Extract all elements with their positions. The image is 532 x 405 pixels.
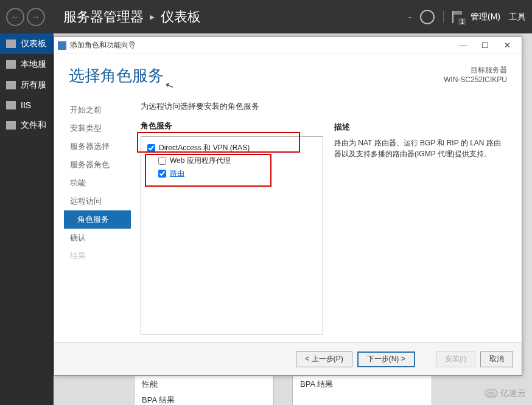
target-server-box: 目标服务器 WIN-SC252ICIKPU	[444, 65, 507, 85]
server-icon	[6, 60, 16, 69]
step-server-select[interactable]: 服务器选择	[64, 137, 131, 156]
role-label: Web 应用程序代理	[170, 156, 231, 166]
add-roles-wizard-dialog: 添加角色和功能向导 — ☐ ✕ 选择角色服务 ↖ 目标服务器 WIN-SC252…	[54, 36, 522, 376]
notifications-flag-icon[interactable]: 1	[452, 11, 462, 23]
panel-row: BPA 结果	[142, 392, 266, 405]
dialog-titlebar[interactable]: 添加角色和功能向导 — ☐ ✕	[54, 37, 522, 54]
close-button[interactable]: ✕	[496, 38, 518, 53]
role-checkbox[interactable]	[147, 144, 155, 152]
step-remote-access[interactable]: 远程访问	[64, 192, 131, 210]
install-button: 安装(I)	[436, 351, 475, 367]
manage-menu[interactable]: 管理(M)	[471, 12, 500, 22]
role-row-directaccess[interactable]: DirectAccess 和 VPN (RAS)	[145, 142, 319, 154]
refresh-icon[interactable]	[420, 10, 435, 24]
divider	[443, 11, 444, 23]
watermark: 亿速云	[485, 388, 526, 399]
description-text: 路由为 NAT 路由器、运行 BGP 和 RIP 的 LAN 路由器以及支持多播…	[334, 137, 507, 159]
dashboard-icon	[6, 40, 16, 48]
watermark-text: 亿速云	[500, 388, 526, 399]
bg-panel: BPA 结果	[292, 371, 432, 405]
role-label: DirectAccess 和 VPN (RAS)	[159, 143, 250, 153]
step-features[interactable]: 功能	[64, 174, 131, 192]
target-label: 目标服务器	[444, 65, 507, 75]
app-toolbar: ← → 服务器管理器 ▸ 仪表板 - 1 管理(M) 工具	[0, 0, 532, 33]
role-checkbox[interactable]	[158, 170, 166, 178]
nav-forward-button[interactable]: →	[27, 8, 45, 26]
background-panels: 性能 BPA 结果 BPA 结果	[134, 371, 432, 405]
sidebar-item-dashboard[interactable]: 仪表板	[0, 33, 54, 54]
sidebar-item-label: 仪表板	[21, 38, 46, 49]
role-row-webproxy[interactable]: Web 应用程序代理	[145, 154, 319, 167]
role-row-routing[interactable]: 路由	[145, 167, 319, 180]
breadcrumb: 服务器管理器 ▸ 仪表板	[63, 8, 201, 26]
wizard-icon	[58, 41, 66, 50]
sidebar-item-iis[interactable]: IIS	[0, 95, 54, 115]
nav-back-button[interactable]: ←	[6, 8, 24, 26]
wizard-steps: 开始之前 安装类型 服务器选择 服务器角色 功能 远程访问 角色服务 确认 结果	[64, 90, 131, 342]
sidebar-item-label: IIS	[21, 100, 31, 110]
step-role-services[interactable]: 角色服务	[64, 210, 131, 229]
watermark-icon	[485, 389, 498, 398]
tools-menu[interactable]: 工具	[509, 12, 526, 22]
target-server-name: WIN-SC252ICIKPU	[444, 75, 507, 85]
maximize-button[interactable]: ☐	[474, 38, 496, 53]
step-results: 结果	[64, 247, 131, 265]
breadcrumb-page[interactable]: 仪表板	[161, 8, 201, 26]
dialog-title: 添加角色和功能向导	[70, 40, 136, 50]
chevron-right-icon: ▸	[150, 11, 155, 22]
wizard-footer: < 上一步(P) 下一步(N) > 安装(I) 取消	[54, 342, 522, 375]
servers-icon	[6, 81, 16, 89]
sidebar-item-label: 本地服	[21, 59, 46, 70]
sidebar-item-local[interactable]: 本地服	[0, 54, 54, 75]
role-label: 路由	[170, 168, 184, 179]
previous-button[interactable]: < 上一步(P)	[296, 351, 352, 367]
instruction-text: 为远程访问选择要安装的角色服务	[141, 101, 323, 112]
description-heading: 描述	[334, 122, 507, 133]
next-button[interactable]: 下一步(N) >	[357, 351, 415, 367]
step-server-roles[interactable]: 服务器角色	[64, 156, 131, 174]
iis-icon	[6, 101, 16, 109]
roles-section-heading: 角色服务	[141, 120, 323, 131]
sidebar-item-files[interactable]: 文件和	[0, 115, 54, 136]
sidebar-item-all[interactable]: 所有服	[0, 75, 54, 95]
bg-panel: 性能 BPA 结果	[134, 371, 274, 405]
role-checkbox[interactable]	[158, 157, 166, 165]
heading-text: 选择角色服务	[69, 66, 164, 85]
flag-badge: 1	[458, 18, 466, 25]
dash-icon: -	[408, 12, 411, 22]
panel-row: BPA 结果	[300, 376, 424, 392]
cancel-button[interactable]: 取消	[480, 351, 513, 367]
sidebar-item-label: 所有服	[21, 80, 46, 91]
panel-row: 性能	[142, 376, 266, 392]
step-confirm[interactable]: 确认	[64, 229, 131, 247]
sidebar: 仪表板 本地服 所有服 IIS 文件和	[0, 33, 54, 405]
step-before-begin[interactable]: 开始之前	[64, 101, 131, 119]
sidebar-item-label: 文件和	[21, 120, 46, 131]
role-services-list: DirectAccess 和 VPN (RAS) Web 应用程序代理 路由	[141, 136, 323, 334]
minimize-button[interactable]: —	[452, 38, 474, 53]
breadcrumb-app[interactable]: 服务器管理器	[63, 8, 144, 26]
step-install-type[interactable]: 安装类型	[64, 119, 131, 137]
wizard-heading: 选择角色服务 ↖	[69, 65, 164, 86]
files-icon	[6, 121, 16, 130]
